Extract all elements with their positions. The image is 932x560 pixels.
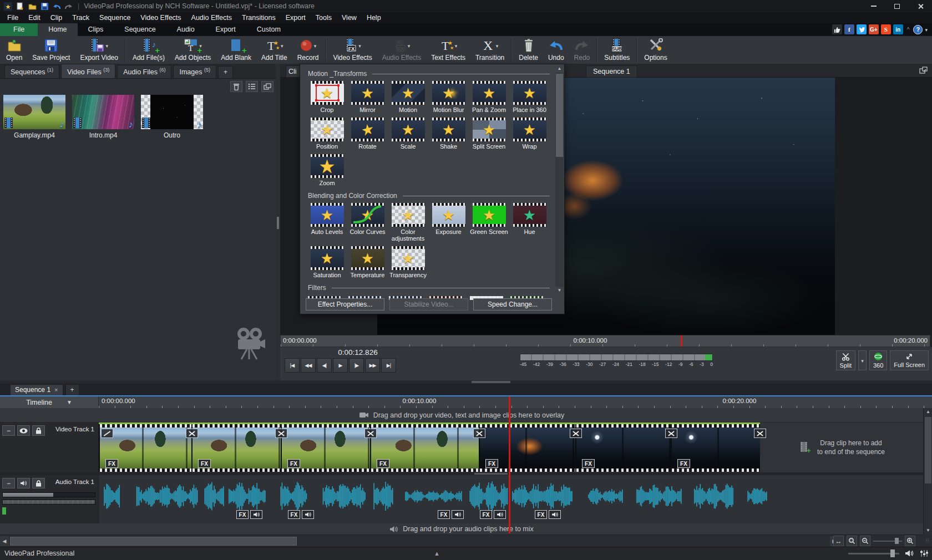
speaker-badge-icon[interactable] bbox=[494, 510, 506, 519]
transition-icon[interactable] bbox=[665, 429, 677, 438]
ribbon-tab[interactable]: Audio bbox=[166, 23, 205, 36]
options-button[interactable]: Options bbox=[639, 36, 672, 64]
ribbon-tab[interactable]: Home bbox=[38, 23, 77, 36]
transport-button[interactable]: |▶ bbox=[349, 358, 364, 373]
undo-button[interactable]: Undo bbox=[543, 36, 569, 64]
scroll-down-icon[interactable]: ▼ bbox=[924, 527, 932, 534]
add-title-button[interactable]: T★★ Add Title bbox=[256, 36, 292, 64]
ribbon-tab[interactable]: Sequence bbox=[114, 23, 166, 36]
master-volume-slider[interactable] bbox=[848, 549, 899, 558]
add-title-dropdown-icon[interactable] bbox=[281, 42, 283, 49]
video-clip[interactable]: FX bbox=[479, 424, 575, 472]
fx-badge[interactable]: FX bbox=[377, 459, 389, 468]
media-item-gamplay[interactable]: ♪ Gamplay.mp4 bbox=[3, 95, 65, 139]
audio-clip-badges[interactable]: FX bbox=[438, 510, 464, 519]
redo-button[interactable]: Redo bbox=[569, 36, 595, 64]
undo-icon[interactable] bbox=[52, 2, 61, 11]
text-effects-button[interactable]: T★★ Text Effects bbox=[426, 36, 470, 64]
twitter-icon[interactable] bbox=[857, 24, 867, 34]
transition-dropdown-icon[interactable] bbox=[496, 42, 499, 49]
menu-item[interactable]: Audio Effects bbox=[186, 12, 237, 23]
menu-item[interactable]: Clip bbox=[45, 12, 68, 23]
effect-item[interactable]: ★ Pan & Zoom bbox=[469, 81, 509, 113]
close-button[interactable] bbox=[909, 0, 932, 12]
add-files-button[interactable]: ♪+ Add File(s) bbox=[128, 36, 170, 64]
fx-badge[interactable]: FX bbox=[287, 459, 300, 468]
clip-drop-zone[interactable]: + Drag clip here to addto end of the seq… bbox=[761, 424, 923, 471]
timeline-playhead[interactable] bbox=[509, 396, 510, 533]
effect-item[interactable]: ★ Color adjustments bbox=[388, 203, 428, 242]
speaker-badge-icon[interactable] bbox=[302, 510, 314, 519]
transition-icon[interactable] bbox=[570, 429, 582, 438]
video-clip[interactable]: FX bbox=[191, 424, 281, 472]
video-clip[interactable]: FX bbox=[370, 424, 479, 472]
ribbon-tab[interactable]: File bbox=[0, 23, 38, 36]
clips-preview-tab[interactable]: Cli bbox=[286, 65, 300, 78]
export-video-button[interactable]: Export Video bbox=[75, 36, 123, 64]
scroll-down-icon[interactable]: ▼ bbox=[555, 287, 564, 294]
master-speaker-icon[interactable] bbox=[905, 549, 914, 557]
sequence-preview-tab[interactable]: Sequence 1 bbox=[586, 65, 637, 78]
add-blank-button[interactable]: + Add Blank bbox=[216, 36, 256, 64]
save-project-button[interactable]: Save Project bbox=[27, 36, 75, 64]
panel-splitter[interactable] bbox=[276, 64, 280, 380]
media-tab[interactable]: Audio Files (6) bbox=[117, 65, 171, 78]
maximize-button[interactable] bbox=[885, 0, 909, 12]
minimize-track-icon[interactable]: − bbox=[2, 425, 15, 436]
close-sequence-icon[interactable]: × bbox=[54, 386, 58, 393]
split-button[interactable]: Split bbox=[836, 350, 855, 370]
help-dropdown-icon[interactable] bbox=[925, 26, 928, 33]
menu-item[interactable]: Video Effects bbox=[135, 12, 186, 23]
transport-button[interactable]: ◀◀ bbox=[301, 358, 316, 373]
speaker-badge-icon[interactable] bbox=[250, 510, 262, 519]
media-item-intro[interactable]: ♪ Intro.mp4 bbox=[72, 95, 134, 139]
collapse-ribbon-icon[interactable]: ^ bbox=[905, 27, 911, 33]
menu-item[interactable]: File bbox=[2, 12, 23, 23]
export-video-dropdown-icon[interactable] bbox=[105, 42, 108, 49]
open-button[interactable]: Open bbox=[1, 36, 27, 64]
minimize-track-icon[interactable]: − bbox=[2, 478, 15, 488]
detach-panel-icon[interactable] bbox=[261, 81, 273, 92]
effect-item[interactable]: ★ Place in 360 bbox=[509, 81, 550, 113]
record-dropdown-icon[interactable] bbox=[314, 42, 317, 49]
lock-track-icon[interactable] bbox=[32, 478, 45, 488]
menu-item[interactable]: Export bbox=[281, 12, 311, 23]
bin-delete-icon[interactable] bbox=[230, 81, 242, 92]
audio-clip-badges[interactable]: FX bbox=[236, 510, 262, 519]
speaker-badge-icon[interactable] bbox=[549, 510, 561, 519]
vscroll-thumb[interactable] bbox=[925, 417, 931, 483]
effect-item[interactable]: ★ Crop bbox=[307, 81, 347, 113]
audio-clip-badges[interactable]: FX bbox=[535, 510, 561, 519]
ribbon-tab[interactable]: Clips bbox=[78, 23, 114, 36]
effect-item[interactable]: ★ Rotate bbox=[347, 118, 388, 150]
new-project-icon[interactable]: ★ bbox=[16, 2, 24, 11]
like-icon[interactable] bbox=[832, 24, 842, 34]
record-button[interactable]: Record bbox=[292, 36, 324, 64]
stumbleupon-icon[interactable]: S bbox=[881, 24, 891, 34]
detach-preview-icon[interactable] bbox=[919, 67, 928, 74]
zoom-selection-icon[interactable] bbox=[847, 536, 857, 546]
scroll-up-icon[interactable]: ▲ bbox=[555, 65, 564, 73]
scroll-up-icon[interactable]: ▲ bbox=[924, 408, 932, 416]
speaker-badge-icon[interactable] bbox=[452, 510, 464, 519]
fullscreen-button[interactable]: Full Screen bbox=[890, 350, 929, 370]
menu-item[interactable]: View bbox=[337, 12, 362, 23]
transport-button[interactable]: ▶▶ bbox=[365, 358, 380, 373]
transition-icon[interactable] bbox=[473, 429, 485, 438]
redo-icon[interactable] bbox=[64, 2, 73, 11]
mixer-icon[interactable] bbox=[920, 549, 929, 557]
fx-badge[interactable]: FX bbox=[485, 459, 498, 468]
split-dropdown-icon[interactable] bbox=[858, 350, 867, 370]
transition-icon[interactable] bbox=[754, 429, 766, 438]
collapse-panel-icon[interactable]: ▲ bbox=[434, 550, 440, 557]
track-volume-slider[interactable] bbox=[2, 492, 95, 497]
audio-effects-button[interactable]: ♪FX Audio Effects bbox=[377, 36, 427, 64]
effect-item[interactable]: ★ Zoom bbox=[307, 154, 347, 186]
fit-timeline-icon[interactable]: ↔ bbox=[833, 536, 844, 546]
transition-button[interactable]: X Transition bbox=[470, 36, 509, 64]
stabilize-video-button[interactable]: Stabilize Video... bbox=[389, 298, 468, 310]
add-objects-button[interactable]: T+ Add Objects bbox=[170, 36, 216, 64]
text-effects-dropdown-icon[interactable] bbox=[455, 42, 458, 49]
media-tab[interactable]: Images (5) bbox=[173, 65, 216, 78]
effect-item[interactable]: ★ Saturation bbox=[307, 246, 347, 278]
